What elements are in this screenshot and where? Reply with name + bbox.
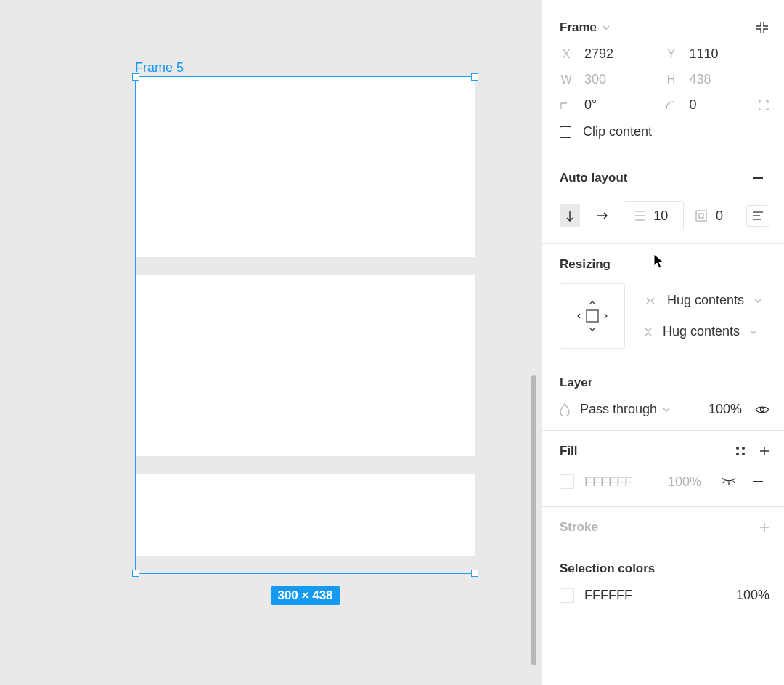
selected-frame[interactable]: 300 × 438	[135, 76, 475, 574]
resize-handle-bl[interactable]	[132, 570, 139, 577]
svg-point-12	[736, 453, 739, 455]
independent-corners-icon[interactable]	[758, 100, 769, 111]
frame-child[interactable]	[136, 556, 475, 573]
frame-section: Frame X2792 Y1110 W300 H438 0°	[542, 7, 784, 153]
spacing-input[interactable]: 10	[624, 201, 684, 230]
chevron-down-icon[interactable]	[603, 25, 610, 30]
blend-mode-dropdown[interactable]: Pass through	[580, 402, 670, 417]
padding-input[interactable]: 0	[695, 208, 723, 224]
selection-opacity[interactable]: 100%	[736, 588, 769, 603]
svg-point-11	[742, 447, 745, 450]
direction-horizontal-button[interactable]	[592, 204, 612, 227]
eye-icon[interactable]	[755, 405, 769, 415]
selection-colors-section: Selection colors FFFFFF 100%	[542, 548, 784, 607]
padding-icon	[695, 210, 707, 222]
fill-swatch[interactable]	[560, 474, 574, 489]
resize-handle-br[interactable]	[471, 570, 478, 577]
fill-hex-input[interactable]: FFFFFF	[584, 474, 658, 490]
corner-radius-input[interactable]: 0	[665, 97, 770, 113]
frame-child[interactable]	[136, 257, 475, 275]
rotation-icon	[560, 100, 573, 110]
resize-handle-tl[interactable]	[132, 73, 139, 81]
layer-section: Layer Pass through 100%	[542, 362, 784, 431]
clip-content-label: Clip content	[583, 124, 652, 139]
collapse-icon[interactable]	[755, 20, 769, 35]
layer-title: Layer	[560, 376, 769, 390]
layer-opacity-input[interactable]: 100%	[709, 402, 742, 417]
svg-rect-4	[699, 214, 703, 218]
svg-rect-3	[696, 211, 706, 221]
frame-section-title: Frame	[560, 20, 597, 35]
corner-radius-icon	[665, 100, 678, 110]
alignment-icon[interactable]	[746, 205, 769, 227]
width-input[interactable]: W300	[560, 72, 665, 87]
selection-hex[interactable]: FFFFFF	[584, 588, 726, 603]
height-resizing-dropdown[interactable]: Hug contents	[644, 324, 761, 339]
add-fill-button[interactable]	[759, 446, 769, 456]
remove-fill-button[interactable]	[746, 470, 769, 493]
selection-colors-title: Selection colors	[560, 562, 769, 576]
scrollbar-thumb[interactable]	[531, 375, 536, 665]
svg-point-10	[736, 447, 739, 450]
fill-section: Fill FFFFFF 100%	[542, 431, 784, 507]
frame-child[interactable]	[136, 456, 475, 474]
rotation-input[interactable]: 0°	[560, 97, 665, 113]
auto-layout-section: Auto layout 10 0	[542, 153, 784, 244]
stroke-section: Stroke	[542, 507, 784, 548]
auto-layout-title: Auto layout	[560, 171, 628, 185]
remove-auto-layout-button[interactable]	[746, 166, 769, 190]
style-picker-icon[interactable]	[735, 445, 746, 457]
hug-vertical-icon	[644, 325, 653, 339]
eye-closed-icon[interactable]	[722, 477, 736, 486]
canvas[interactable]: Frame 5 300 × 438	[0, 0, 542, 685]
inspector-panel: Frame X2792 Y1110 W300 H438 0°	[542, 0, 784, 685]
clip-content-checkbox[interactable]: Clip content	[560, 124, 769, 139]
fill-title: Fill	[560, 444, 578, 458]
fill-opacity-input[interactable]: 100%	[668, 474, 701, 490]
resize-constraints-widget[interactable]	[560, 283, 625, 349]
svg-point-9	[761, 408, 764, 411]
direction-vertical-button[interactable]	[560, 204, 580, 227]
blend-mode-icon	[560, 403, 570, 416]
spacing-icon	[634, 211, 646, 221]
x-input[interactable]: X2792	[560, 46, 665, 62]
resizing-title: Resizing	[560, 257, 769, 272]
stroke-title: Stroke	[560, 520, 598, 535]
svg-line-18	[733, 481, 735, 483]
selection-swatch[interactable]	[560, 588, 574, 603]
height-input[interactable]: H438	[665, 72, 770, 87]
resize-handle-tr[interactable]	[471, 73, 478, 81]
svg-point-13	[742, 453, 745, 455]
add-stroke-button[interactable]	[759, 522, 769, 532]
hug-horizontal-icon	[644, 296, 657, 305]
frame-label[interactable]: Frame 5	[135, 60, 184, 76]
dimensions-badge: 300 × 438	[270, 586, 340, 605]
width-resizing-dropdown[interactable]: Hug contents	[644, 293, 761, 308]
svg-line-16	[723, 481, 724, 483]
resizing-section: Resizing Hug contents	[542, 244, 784, 362]
svg-rect-8	[587, 310, 598, 322]
y-input[interactable]: Y1110	[665, 46, 770, 62]
